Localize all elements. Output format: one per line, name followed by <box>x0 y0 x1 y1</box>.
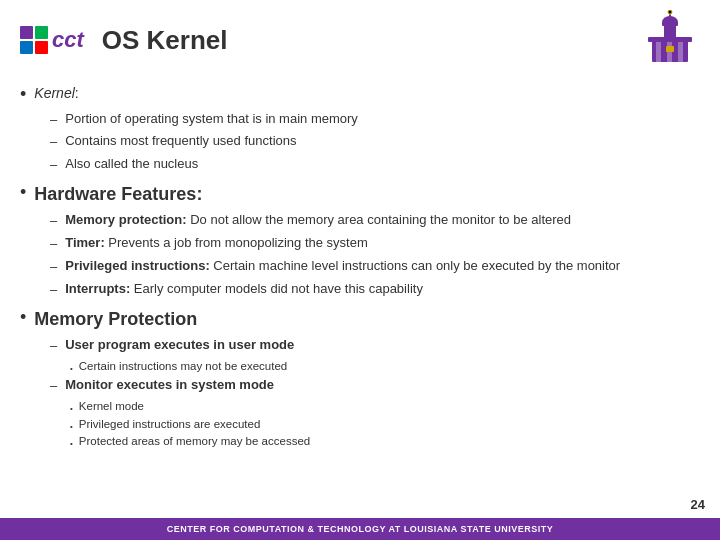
user-mode-subitems: • Certain instructions may not be execut… <box>70 359 700 375</box>
page-number: 24 <box>691 497 705 512</box>
user-mode-text-1: Certain instructions may not be executed <box>79 359 287 375</box>
cct-logo: cct <box>20 26 84 54</box>
system-mode-subitems: • Kernel mode • Privileged instructions … <box>70 399 700 450</box>
hw-dash-4: – <box>50 281 57 300</box>
svg-rect-11 <box>666 46 674 52</box>
mem-text-2: Monitor executes in system mode <box>65 376 274 394</box>
mem-item-1: – User program executes in user mode <box>50 336 700 356</box>
sub-bullet-1: • <box>70 363 73 375</box>
kernel-text-1: Portion of operating system that is in m… <box>65 110 358 128</box>
logo-sq4 <box>35 41 48 54</box>
dash-2: – <box>50 133 57 152</box>
dash-3: – <box>50 156 57 175</box>
lsu-logo <box>640 10 700 70</box>
memory-label: Memory Protection <box>34 306 197 332</box>
memory-bullet: • Memory Protection <box>20 306 700 332</box>
hw-item-1: – Memory protection: Do not allow the me… <box>50 211 700 231</box>
hardware-label: Hardware Features: <box>34 181 202 207</box>
hw-item-4: – Interrupts: Early computer models did … <box>50 280 700 300</box>
mem-text-1: User program executes in user mode <box>65 336 294 354</box>
kernel-text-2: Contains most frequently used functions <box>65 132 296 150</box>
hw-dash-3: – <box>50 258 57 277</box>
kernel-subitems: – Portion of operating system that is in… <box>50 110 700 176</box>
sub-bullet-4: • <box>70 438 73 450</box>
svg-rect-3 <box>656 42 661 62</box>
hardware-section: • Hardware Features: – Memory protection… <box>20 181 700 299</box>
logo-sq1 <box>20 26 33 39</box>
cct-text: cct <box>52 27 84 53</box>
header-left: cct OS Kernel <box>20 25 228 56</box>
sys-mode-text-2: Privileged instructions are executed <box>79 417 261 433</box>
hw-text-3: Privileged instructions: Certain machine… <box>65 257 620 275</box>
logo-squares <box>20 26 48 54</box>
hw-item-3: – Privileged instructions: Certain machi… <box>50 257 700 277</box>
logo-sq3 <box>20 41 33 54</box>
bullet-dot-2: • <box>20 182 26 204</box>
logo-sq2 <box>35 26 48 39</box>
hw-dash-2: – <box>50 235 57 254</box>
svg-point-10 <box>668 10 672 14</box>
dash-1: – <box>50 111 57 130</box>
svg-rect-5 <box>678 42 683 62</box>
kernel-text-3: Also called the nucleus <box>65 155 198 173</box>
mem-dash-2: – <box>50 377 57 396</box>
mem-item-2: – Monitor executes in system mode <box>50 376 700 396</box>
sys-mode-item-2: • Privileged instructions are executed <box>70 417 700 433</box>
hardware-bullet: • Hardware Features: <box>20 181 700 207</box>
content-area: • Kernel: – Portion of operating system … <box>0 75 720 464</box>
kernel-label: Kernel: <box>34 83 78 103</box>
kernel-item-3: – Also called the nucleus <box>50 155 700 175</box>
kernel-bullet: • Kernel: <box>20 83 700 106</box>
sys-mode-item-3: • Protected areas of memory may be acces… <box>70 434 700 450</box>
sys-mode-text-3: Protected areas of memory may be accesse… <box>79 434 310 450</box>
kernel-item-2: – Contains most frequently used function… <box>50 132 700 152</box>
footer-text: CENTER FOR COMPUTATION & TECHNOLOGY AT L… <box>167 524 553 534</box>
hw-text-1: Memory protection: Do not allow the memo… <box>65 211 571 229</box>
sys-mode-text-1: Kernel mode <box>79 399 144 415</box>
mem-dash-1: – <box>50 337 57 356</box>
hw-dash-1: – <box>50 212 57 231</box>
user-mode-item-1: • Certain instructions may not be execut… <box>70 359 700 375</box>
hardware-subitems: – Memory protection: Do not allow the me… <box>50 211 700 299</box>
footer-bar: CENTER FOR COMPUTATION & TECHNOLOGY AT L… <box>0 518 720 540</box>
hw-text-4: Interrupts: Early computer models did no… <box>65 280 423 298</box>
kernel-item-1: – Portion of operating system that is in… <box>50 110 700 130</box>
sys-mode-item-1: • Kernel mode <box>70 399 700 415</box>
header: cct OS Kernel <box>0 0 720 75</box>
page-title: OS Kernel <box>102 25 228 56</box>
bullet-dot-1: • <box>20 84 26 106</box>
hw-text-2: Timer: Prevents a job from monopolizing … <box>65 234 368 252</box>
sub-bullet-2: • <box>70 403 73 415</box>
memory-subitems: – User program executes in user mode • C… <box>50 336 700 450</box>
sub-bullet-3: • <box>70 421 73 433</box>
kernel-section: • Kernel: – Portion of operating system … <box>20 83 700 175</box>
bullet-dot-3: • <box>20 307 26 329</box>
memory-section: • Memory Protection – User program execu… <box>20 306 700 450</box>
hw-item-2: – Timer: Prevents a job from monopolizin… <box>50 234 700 254</box>
